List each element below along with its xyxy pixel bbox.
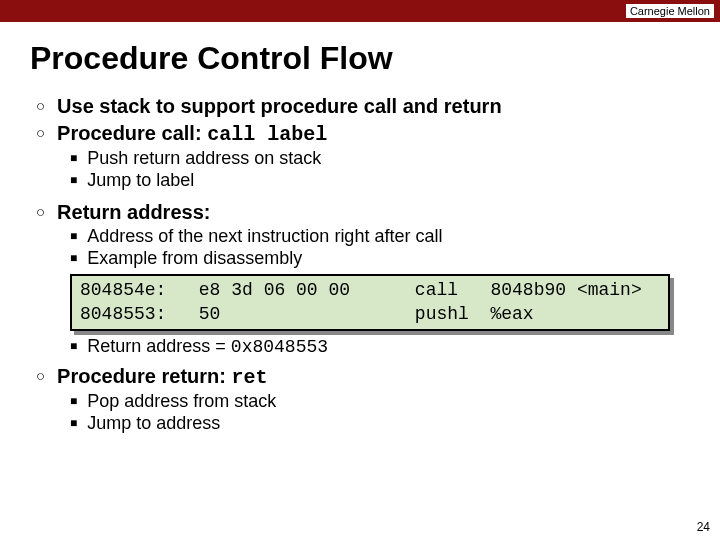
square-bullet-icon: ■ bbox=[70, 229, 77, 243]
subbullet-pop-address: ■ Pop address from stack bbox=[70, 391, 690, 412]
bullet-text: Push return address on stack bbox=[87, 148, 321, 169]
square-bullet-icon: ■ bbox=[70, 151, 77, 165]
subbullet-example-disassembly: ■ Example from disassembly bbox=[70, 248, 690, 269]
bullet-procedure-return: ○ Procedure return: ret bbox=[36, 365, 690, 389]
square-bullet-icon: ■ bbox=[70, 416, 77, 430]
bullet-text: Procedure call: call label bbox=[57, 122, 327, 146]
slide-content: Procedure Control Flow ○ Use stack to su… bbox=[0, 22, 720, 434]
circle-bullet-icon: ○ bbox=[36, 367, 45, 384]
bullet-text: Use stack to support procedure call and … bbox=[57, 95, 502, 118]
code-line: 804854e: e8 3d 06 00 00 call 8048b90 <ma… bbox=[80, 278, 660, 302]
text-part: Return address = bbox=[87, 336, 231, 356]
bullet-text: Pop address from stack bbox=[87, 391, 276, 412]
code-inline: call label bbox=[207, 123, 327, 146]
circle-bullet-icon: ○ bbox=[36, 203, 45, 220]
subbullet-return-addr-value: ■ Return address = 0x8048553 bbox=[70, 336, 690, 357]
page-number: 24 bbox=[697, 520, 710, 534]
bullet-return-address: ○ Return address: bbox=[36, 201, 690, 224]
bullet-text: Example from disassembly bbox=[87, 248, 302, 269]
text-part: Procedure call: bbox=[57, 122, 207, 144]
subbullet-jump-label: ■ Jump to label bbox=[70, 170, 690, 191]
bullet-text: Procedure return: ret bbox=[57, 365, 268, 389]
bullet-text: Return address = 0x8048553 bbox=[87, 336, 328, 357]
bullet-use-stack: ○ Use stack to support procedure call an… bbox=[36, 95, 690, 118]
bullet-text: Address of the next instruction right af… bbox=[87, 226, 442, 247]
subbullet-jump-address: ■ Jump to address bbox=[70, 413, 690, 434]
square-bullet-icon: ■ bbox=[70, 251, 77, 265]
code-line: 8048553: 50 pushl %eax bbox=[80, 302, 660, 326]
square-bullet-icon: ■ bbox=[70, 173, 77, 187]
subbullet-push-return: ■ Push return address on stack bbox=[70, 148, 690, 169]
text-part: Procedure return: bbox=[57, 365, 231, 387]
code-inline: 0x8048553 bbox=[231, 337, 328, 357]
bullet-procedure-call: ○ Procedure call: call label bbox=[36, 122, 690, 146]
square-bullet-icon: ■ bbox=[70, 339, 77, 353]
header-bar: Carnegie Mellon bbox=[0, 0, 720, 22]
bullet-text: Jump to address bbox=[87, 413, 220, 434]
square-bullet-icon: ■ bbox=[70, 394, 77, 408]
code-inline: ret bbox=[232, 366, 268, 389]
subbullet-next-instruction: ■ Address of the next instruction right … bbox=[70, 226, 690, 247]
disassembly-code-box: 804854e: e8 3d 06 00 00 call 8048b90 <ma… bbox=[70, 274, 670, 331]
slide-title: Procedure Control Flow bbox=[30, 40, 690, 77]
circle-bullet-icon: ○ bbox=[36, 97, 45, 114]
bullet-text: Jump to label bbox=[87, 170, 194, 191]
circle-bullet-icon: ○ bbox=[36, 124, 45, 141]
bullet-text: Return address: bbox=[57, 201, 210, 224]
university-badge: Carnegie Mellon bbox=[626, 4, 714, 18]
